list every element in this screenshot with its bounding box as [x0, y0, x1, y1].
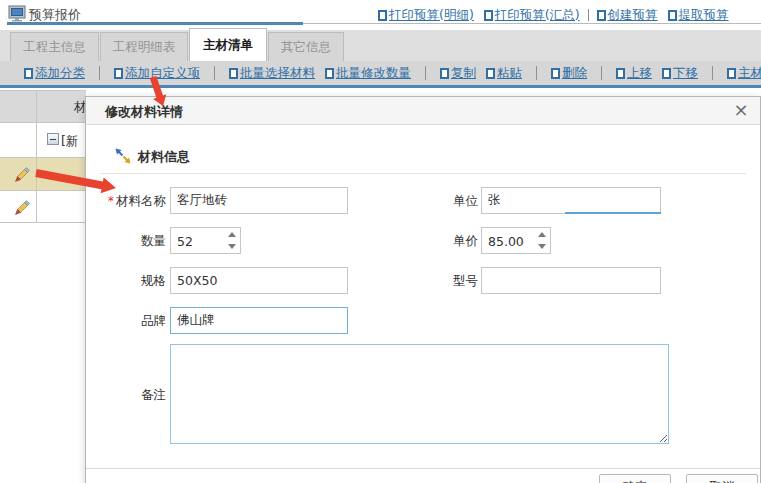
print-budget-detail-link[interactable]: 打印预算(明细)	[378, 7, 474, 24]
doc-icon	[662, 68, 671, 79]
spin-up-icon[interactable]	[224, 228, 240, 241]
material-grid: 材 [新	[0, 90, 86, 483]
tab-material-list[interactable]: 主材清单	[189, 28, 267, 61]
remark-label: 备注	[86, 387, 166, 404]
batch-select-material-button[interactable]: 批量选择材料	[229, 65, 315, 82]
spec-label: 规格	[86, 273, 166, 290]
create-budget-link[interactable]: 创建预算	[597, 7, 658, 24]
grid-row[interactable]	[0, 191, 86, 223]
print-budget-summary-link[interactable]: 打印预算(汇总)	[484, 7, 580, 24]
doc-icon	[486, 68, 495, 79]
top-link-bar: 打印预算(明细) 打印预算(汇总) 创建预算 提取预算	[378, 6, 761, 24]
add-category-button[interactable]: 添加分类	[24, 65, 85, 82]
doc-icon	[616, 68, 625, 79]
tab-project-main-info[interactable]: 工程主信息	[10, 32, 99, 61]
spin-up-icon[interactable]	[534, 228, 550, 241]
move-up-button[interactable]: 上移	[616, 65, 652, 82]
material-toolbar: 添加分类 添加自定义项 批量选择材料 批量修改数量 复制 粘贴 删除 上移 下移…	[0, 61, 761, 88]
remark-textarea[interactable]	[170, 344, 669, 444]
material-image-button[interactable]: 主材图片	[727, 65, 761, 82]
doc-icon	[597, 10, 606, 21]
unit-label: 单位	[398, 193, 478, 210]
grid-category-row[interactable]: [新	[0, 123, 86, 158]
tab-other-info[interactable]: 其它信息	[268, 32, 344, 61]
unit-input-focus-accent	[565, 212, 661, 214]
ok-button[interactable]: 确定	[599, 474, 671, 483]
extract-budget-link[interactable]: 提取预算	[668, 7, 729, 24]
doc-icon	[484, 10, 493, 21]
required-asterisk: *	[108, 193, 114, 208]
quantity-value[interactable]: 52	[171, 228, 224, 253]
doc-icon	[668, 10, 677, 21]
dialog-footer-divider	[86, 468, 760, 469]
edit-pencil-icon[interactable]	[13, 165, 33, 185]
close-icon[interactable]: ×	[730, 99, 752, 121]
collapse-minus-icon[interactable]	[47, 133, 59, 145]
unit-input[interactable]	[481, 187, 661, 214]
grid-header-edit-col	[0, 91, 37, 122]
edit-material-dialog: 修改材料详情 × 材料信息 *材料名称 单位 数量 52 单价 85.00	[85, 96, 761, 483]
doc-icon	[440, 68, 449, 79]
add-custom-item-button[interactable]: 添加自定义项	[114, 65, 200, 82]
spin-down-icon[interactable]	[534, 241, 550, 254]
grid-header-row: 材	[0, 91, 86, 123]
cancel-button[interactable]: 取消	[686, 474, 758, 483]
material-name-label: *材料名称	[86, 193, 166, 210]
model-input[interactable]	[481, 267, 661, 294]
category-row-label: [新	[61, 133, 78, 150]
unit-price-stepper[interactable]: 85.00	[481, 227, 551, 254]
tab-bar: 工程主信息 工程明细表 主材清单 其它信息	[0, 30, 761, 61]
app-window: 预算报价 打印预算(明细) 打印预算(汇总) 创建预算 提取预算 工程主信息 工…	[0, 0, 761, 483]
material-name-input[interactable]	[170, 187, 348, 214]
batch-edit-quantity-button[interactable]: 批量修改数量	[325, 65, 411, 82]
unit-price-value[interactable]: 85.00	[482, 228, 534, 253]
dialog-header: 修改材料详情 ×	[86, 97, 760, 125]
delete-button[interactable]: 删除	[551, 65, 587, 82]
section-title: 材料信息	[138, 148, 190, 166]
quantity-label: 数量	[86, 233, 166, 250]
section-divider	[100, 173, 746, 174]
doc-icon	[378, 10, 387, 21]
doc-icon	[229, 68, 238, 79]
doc-icon	[325, 68, 334, 79]
title-underline	[303, 23, 761, 24]
tab-project-detail-table[interactable]: 工程明细表	[100, 32, 188, 61]
move-down-button[interactable]: 下移	[662, 65, 698, 82]
spin-down-icon[interactable]	[224, 241, 240, 254]
brand-label: 品牌	[86, 313, 166, 330]
grid-row-selected[interactable]	[0, 158, 86, 191]
model-label: 型号	[398, 273, 478, 290]
brand-input[interactable]	[170, 307, 348, 334]
doc-icon	[114, 68, 123, 79]
edit-pencil-icon[interactable]	[13, 198, 33, 218]
spec-input[interactable]	[170, 267, 348, 294]
resize-arrows-icon	[114, 147, 132, 165]
doc-icon	[727, 68, 736, 79]
monitor-icon	[8, 5, 26, 22]
dialog-title: 修改材料详情	[105, 103, 183, 121]
title-underline-accent	[7, 22, 303, 25]
paste-button[interactable]: 粘贴	[486, 65, 522, 82]
doc-icon	[551, 68, 560, 79]
unit-price-label: 单价	[398, 233, 478, 250]
copy-button[interactable]: 复制	[440, 65, 476, 82]
quantity-stepper[interactable]: 52	[170, 227, 241, 254]
divider	[588, 9, 589, 21]
doc-icon	[24, 68, 33, 79]
